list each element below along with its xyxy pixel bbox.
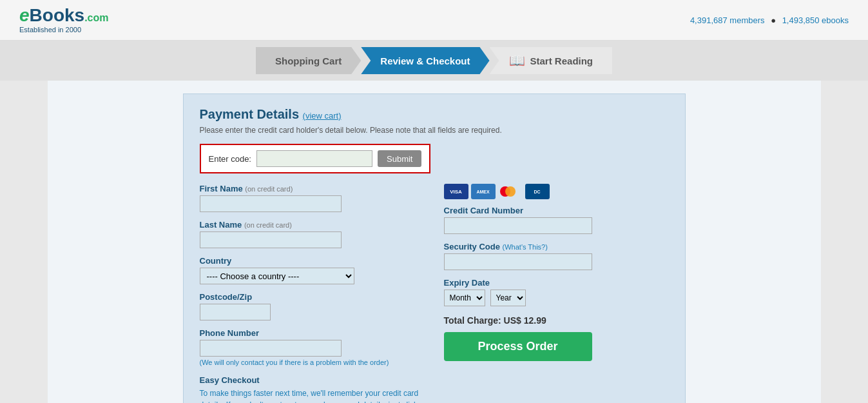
country-label: Country xyxy=(200,256,425,266)
step-review-checkout[interactable]: Review & Checkout xyxy=(361,47,489,74)
phone-group: Phone Number (We will only contact you i… xyxy=(200,328,425,366)
form-left: First Name (on credit card) Last Name (o… xyxy=(200,184,425,403)
first-name-input[interactable] xyxy=(200,195,342,212)
promo-submit-button[interactable]: Submit xyxy=(378,150,421,167)
whats-this-link[interactable]: (What's This?) xyxy=(503,243,548,251)
last-name-input[interactable] xyxy=(200,231,342,248)
last-name-group: Last Name (on credit card) xyxy=(200,220,425,248)
diners-icon: DC xyxy=(525,184,550,199)
first-name-note: (on credit card) xyxy=(245,185,293,193)
country-select[interactable]: ---- Choose a country ---- xyxy=(200,268,354,284)
step-start-reading[interactable]: 📖 Start Reading xyxy=(490,47,613,74)
page-header: eBooks.com Established in 2000 4,391,687… xyxy=(0,0,868,41)
cc-number-label: Credit Card Number xyxy=(444,206,669,215)
form-layout: First Name (on credit card) Last Name (o… xyxy=(200,184,669,403)
step3-label: Start Reading xyxy=(530,55,593,66)
payment-details-heading: Payment Details xyxy=(200,107,300,121)
members-count: 4,391,687 members xyxy=(690,15,765,25)
steps-nav: Shopping Cart Review & Checkout 📖 Start … xyxy=(0,41,868,81)
card-icons: VISA AMEX DC xyxy=(444,184,669,199)
payment-title: Payment Details (view cart) xyxy=(200,107,669,122)
payment-subtitle: Please enter the credit card holder's de… xyxy=(200,126,669,135)
steps-container: Shopping Cart Review & Checkout 📖 Start … xyxy=(0,47,868,74)
security-code-input[interactable] xyxy=(444,253,592,270)
promo-code-box: Enter code: Submit xyxy=(200,144,431,173)
first-name-label: First Name (on credit card) xyxy=(200,184,425,193)
logo-books-text: Books xyxy=(30,5,85,25)
ebooks-count: 1,493,850 ebooks xyxy=(782,15,849,25)
cc-number-group: Credit Card Number xyxy=(444,206,669,234)
payment-box: Payment Details (view cart) Please enter… xyxy=(183,93,686,403)
logo-established: Established in 2000 xyxy=(19,26,109,34)
easy-checkout-title: Easy Checkout xyxy=(200,375,425,385)
easy-checkout-text: To make things faster next time, we'll r… xyxy=(200,388,425,403)
view-cart-link[interactable]: (view cart) xyxy=(303,111,342,121)
postcode-input[interactable] xyxy=(200,304,271,320)
phone-note: (We will only contact you if there is a … xyxy=(200,359,425,366)
step2-label: Review & Checkout xyxy=(380,55,470,66)
expiry-year-select[interactable]: Year xyxy=(490,290,526,306)
cc-number-input[interactable] xyxy=(444,217,592,234)
phone-label: Phone Number xyxy=(200,328,425,338)
header-stats: 4,391,687 members ● 1,493,850 ebooks xyxy=(690,15,849,25)
process-order-button[interactable]: Process Order xyxy=(444,332,592,361)
step-shopping-cart[interactable]: Shopping Cart xyxy=(256,47,361,74)
logo: eBooks.com Established in 2000 xyxy=(19,6,109,34)
last-name-note: (on credit card) xyxy=(244,221,292,229)
logo-com-text: .com xyxy=(84,12,108,23)
security-code-label: Security Code (What's This?) xyxy=(444,242,669,251)
first-name-group: First Name (on credit card) xyxy=(200,184,425,212)
postcode-group: Postcode/Zip xyxy=(200,292,425,320)
expiry-group: Expiry Date Month Year xyxy=(444,278,669,306)
mastercard-icon xyxy=(498,184,523,199)
expiry-row: Month Year xyxy=(444,290,669,306)
step1-label: Shopping Cart xyxy=(275,55,342,66)
separator-dot: ● xyxy=(771,15,776,25)
logo-e-letter: e xyxy=(19,5,30,25)
expiry-label: Expiry Date xyxy=(444,278,669,288)
promo-label: Enter code: xyxy=(209,154,252,164)
main-content: Payment Details (view cart) Please enter… xyxy=(48,81,821,403)
book-icon: 📖 xyxy=(509,53,525,68)
postcode-label: Postcode/Zip xyxy=(200,292,425,302)
amex-icon: AMEX xyxy=(471,184,496,199)
total-charge: Total Charge: US$ 12.99 xyxy=(444,315,669,326)
visa-icon: VISA xyxy=(444,184,468,199)
last-name-label: Last Name (on credit card) xyxy=(200,220,425,230)
logo-text: eBooks.com xyxy=(19,6,109,25)
promo-input[interactable] xyxy=(256,150,372,167)
form-right: VISA AMEX DC Credit Card Number Security… xyxy=(444,184,669,403)
country-group: Country ---- Choose a country ---- xyxy=(200,256,425,284)
phone-input[interactable] xyxy=(200,340,342,357)
expiry-month-select[interactable]: Month xyxy=(444,290,485,306)
security-code-group: Security Code (What's This?) xyxy=(444,242,669,270)
